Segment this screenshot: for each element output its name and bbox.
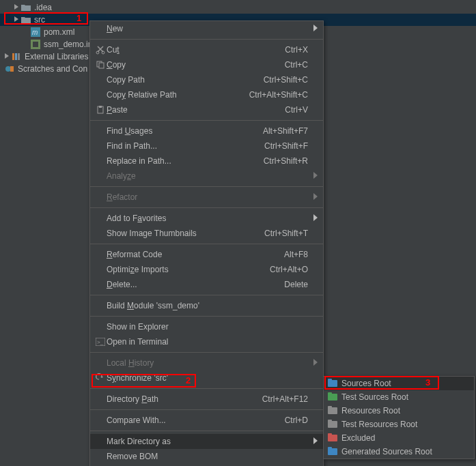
menu-separator	[90, 207, 323, 208]
svg-marker-0	[14, 4, 18, 10]
menu-favorites[interactable]: Add to Favorites	[90, 211, 323, 226]
menu-separator	[90, 431, 323, 431]
module-icon	[30, 39, 41, 50]
menu-synchronize[interactable]: Synchronize 'src'	[90, 370, 323, 385]
expand-arrow-icon	[14, 16, 20, 23]
menu-copy[interactable]: Copy Ctrl+C	[90, 57, 323, 72]
submenu-arrow-icon	[313, 24, 318, 33]
submenu-resources-root[interactable]: Resources Root	[324, 404, 474, 418]
svg-marker-12	[313, 25, 318, 31]
menu-delete[interactable]: Delete... Delete	[90, 277, 323, 292]
copy-icon	[94, 60, 107, 70]
menu-paste[interactable]: Paste Ctrl+V	[90, 102, 323, 117]
menu-separator	[90, 186, 323, 187]
menu-remove-bom[interactable]: Remove BOM	[90, 449, 323, 464]
svg-marker-24	[313, 359, 318, 366]
submenu-sources-root[interactable]: Sources Root	[324, 377, 474, 390]
tree-label: Scratches and Con	[18, 64, 87, 74]
menu-directory-path[interactable]: Directory Path Ctrl+Alt+F12	[90, 392, 323, 407]
menu-copy-relative-path[interactable]: Copy Relative Path Ctrl+Alt+Shift+C	[90, 87, 323, 102]
svg-rect-11	[10, 66, 14, 72]
submenu-arrow-icon	[313, 358, 318, 368]
menu-separator	[90, 39, 323, 40]
submenu-arrow-icon	[313, 171, 318, 181]
generated-sources-root-icon	[326, 447, 339, 456]
submenu-arrow-icon	[313, 437, 318, 446]
svg-rect-16	[99, 63, 104, 68]
terminal-icon: >_	[94, 338, 107, 346]
menu-copy-path[interactable]: Copy Path Ctrl+Shift+C	[90, 72, 323, 87]
menu-separator	[90, 388, 323, 389]
expand-arrow-icon	[4, 53, 11, 60]
tree-label: pom.xml	[44, 27, 74, 37]
svg-text:m: m	[32, 29, 38, 36]
menu-separator	[90, 409, 323, 410]
submenu-excluded[interactable]: Excluded	[324, 431, 474, 445]
svg-marker-20	[313, 193, 318, 200]
menu-open-terminal[interactable]: >_ Open in Terminal	[90, 334, 323, 349]
submenu-arrow-icon	[313, 192, 318, 202]
tree-label: ssm_demo.iml	[44, 40, 96, 49]
sync-icon	[94, 373, 107, 383]
svg-point-10	[5, 66, 11, 72]
tree-label: .idea	[34, 3, 52, 12]
folder-icon	[20, 14, 31, 25]
cut-icon	[94, 45, 107, 55]
menu-refactor[interactable]: Refactor	[90, 190, 323, 205]
svg-marker-25	[313, 437, 318, 444]
svg-rect-8	[15, 53, 17, 60]
test-resources-root-icon	[326, 420, 339, 429]
context-menu: New Cut Ctrl+X Copy Ctrl+C Copy Path Ctr…	[89, 20, 324, 466]
tree-label: src	[34, 15, 45, 25]
menu-new[interactable]: New	[90, 21, 323, 36]
svg-marker-6	[5, 53, 9, 59]
menu-separator	[90, 244, 323, 244]
submenu-test-sources-root[interactable]: Test Sources Root	[324, 390, 474, 404]
scratches-icon	[4, 63, 15, 74]
menu-find-usages[interactable]: Find Usages Alt+Shift+F7	[90, 123, 323, 139]
menu-show-explorer[interactable]: Show in Explorer	[90, 319, 323, 334]
resources-root-icon	[326, 406, 339, 416]
submenu-arrow-icon	[313, 214, 318, 223]
folder-icon	[20, 2, 31, 13]
menu-separator	[90, 295, 323, 295]
svg-marker-19	[313, 172, 318, 179]
test-sources-root-icon	[326, 392, 339, 402]
menu-analyze[interactable]: Analyze	[90, 169, 323, 184]
svg-text:>_: >_	[97, 339, 104, 345]
paste-icon	[94, 105, 107, 115]
menu-separator	[90, 352, 323, 353]
svg-rect-18	[99, 106, 102, 108]
svg-rect-5	[33, 42, 38, 47]
menu-replace-in-path[interactable]: Replace in Path... Ctrl+Shift+R	[90, 154, 323, 169]
menu-thumbnails[interactable]: Show Image Thumbnails Ctrl+Shift+T	[90, 226, 323, 241]
svg-rect-9	[18, 53, 20, 60]
svg-rect-7	[12, 53, 14, 60]
menu-mark-directory-as[interactable]: Mark Directory as	[90, 434, 323, 449]
menu-build-module[interactable]: Build Module 'ssm_demo'	[90, 298, 323, 313]
svg-marker-1	[14, 16, 18, 22]
menu-cut[interactable]: Cut Ctrl+X	[90, 42, 323, 57]
maven-icon: m	[30, 27, 41, 38]
menu-reformat[interactable]: Reformat Code Alt+F8	[90, 247, 323, 262]
menu-compare-with[interactable]: Compare With... Ctrl+D	[90, 413, 323, 428]
menu-find-in-path[interactable]: Find in Path... Ctrl+Shift+F	[90, 139, 323, 154]
submenu-generated-sources-root[interactable]: Generated Sources Root	[324, 445, 474, 458]
menu-optimize-imports[interactable]: Optimize Imports Ctrl+Alt+O	[90, 262, 323, 277]
menu-separator	[90, 316, 323, 317]
library-icon	[11, 51, 22, 62]
expand-arrow-icon	[14, 4, 20, 11]
tree-label: External Libraries	[25, 52, 88, 61]
tree-item-idea[interactable]: .idea	[0, 1, 476, 14]
submenu-test-resources-root[interactable]: Test Resources Root	[324, 418, 474, 431]
svg-marker-21	[313, 214, 318, 221]
menu-local-history[interactable]: Local History	[90, 355, 323, 370]
excluded-icon	[326, 433, 339, 443]
menu-separator	[90, 120, 323, 121]
sources-root-icon	[326, 379, 339, 388]
mark-directory-submenu: Sources Root Test Sources Root Resources…	[323, 376, 475, 459]
